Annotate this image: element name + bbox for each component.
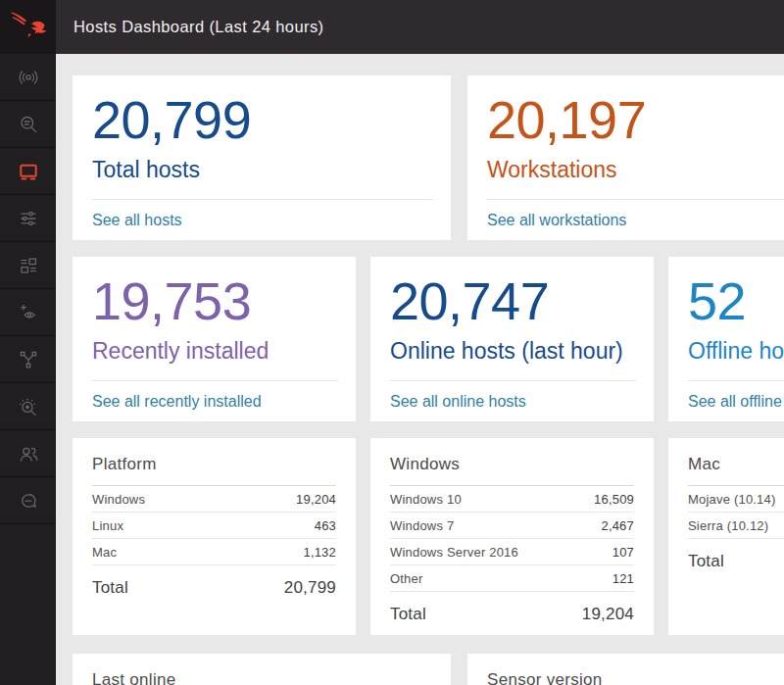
- online-hosts-label: Online hosts (last hour): [390, 338, 634, 365]
- table-card-platform: Platform Windows 19,204 Linux 463 Mac 1,…: [73, 438, 356, 635]
- table-title: Mac: [668, 438, 784, 485]
- table-row[interactable]: Mojave (10.14): [688, 486, 784, 513]
- workstations-label: Workstations: [487, 157, 784, 183]
- eye-sparkle-icon: [18, 302, 39, 323]
- chat-bubble-icon: [18, 490, 39, 512]
- sidebar-item-activity[interactable]: [0, 54, 56, 101]
- see-all-online-hosts-link[interactable]: See all online hosts: [390, 393, 526, 411]
- monitor-icon: [18, 161, 39, 182]
- see-all-workstations-link[interactable]: See all workstations: [487, 212, 626, 229]
- recently-installed-label: Recently installed: [92, 338, 336, 365]
- sidebar-item-dashboards[interactable]: [0, 242, 56, 289]
- page-title: Hosts Dashboard (Last 24 hours): [74, 18, 323, 36]
- total-hosts-label: Total hosts: [92, 157, 431, 183]
- topbar: Hosts Dashboard (Last 24 hours): [56, 0, 784, 54]
- crowdstrike-logo[interactable]: [0, 0, 56, 54]
- stat-card-workstations: 20,197 Workstations See all workstations: [467, 75, 784, 240]
- table-row[interactable]: Windows 10 16,509: [390, 486, 634, 513]
- stat-card-recently-installed: 19,753 Recently installed See all recent…: [73, 257, 356, 421]
- table-card-last-online: Last online: [73, 654, 451, 685]
- sidebar-item-spotlight[interactable]: [0, 383, 56, 430]
- table-title: Sensor version: [467, 654, 784, 685]
- card-footer: See all workstations: [487, 199, 784, 240]
- panels-icon: [18, 255, 39, 276]
- sidebar-item-graph[interactable]: [0, 336, 56, 383]
- eye-scan-icon: [18, 396, 39, 417]
- table-row[interactable]: Mac 1,132: [92, 539, 336, 565]
- total-hosts-value: 20,799: [92, 92, 431, 148]
- online-hosts-value: 20,747: [390, 273, 634, 329]
- search-lines-icon: [18, 114, 39, 135]
- recently-installed-value: 19,753: [92, 273, 336, 329]
- table-row[interactable]: Windows 7 2,467: [390, 513, 634, 539]
- network-graph-icon: [18, 349, 39, 370]
- sidebar: [0, 0, 56, 685]
- table-row[interactable]: Windows Server 2016 107: [390, 539, 634, 565]
- sidebar-item-users[interactable]: [0, 430, 56, 477]
- table-title: Last online: [73, 654, 451, 685]
- sidebar-item-support[interactable]: [0, 477, 56, 524]
- crowdstrike-falcon-logo-icon: [10, 10, 47, 45]
- card-footer: See all offline hosts: [688, 380, 784, 421]
- card-footer: See all hosts: [92, 199, 433, 240]
- table-total-row: Total 20,799: [92, 578, 336, 598]
- card-footer: See all online hosts: [390, 380, 636, 421]
- offline-hosts-label: Offline hosts: [688, 338, 784, 365]
- sidebar-item-investigate[interactable]: [0, 101, 56, 148]
- table-title: Windows: [370, 438, 654, 485]
- sidebar-nav: [0, 54, 56, 524]
- table-total-row: Total: [688, 552, 784, 571]
- see-all-hosts-link[interactable]: See all hosts: [92, 212, 182, 229]
- table-row[interactable]: Windows 19,204: [92, 486, 336, 513]
- users-icon: [18, 443, 39, 465]
- table-row[interactable]: Sierra (10.12): [688, 513, 784, 539]
- card-footer: See all recently installed: [92, 380, 338, 421]
- stat-card-offline-hosts: 52 Offline hosts See all offline hosts: [668, 257, 784, 421]
- sidebar-item-hosts[interactable]: [0, 148, 56, 195]
- stat-card-online-hosts: 20,747 Online hosts (last hour) See all …: [370, 257, 654, 421]
- table-total-row: Total 19,204: [390, 605, 634, 624]
- stat-card-total-hosts: 20,799 Total hosts See all hosts: [73, 75, 451, 240]
- table-row[interactable]: Other 121: [390, 565, 634, 592]
- sidebar-item-discover[interactable]: [0, 289, 56, 336]
- see-all-offline-hosts-link[interactable]: See all offline hosts: [688, 393, 784, 411]
- table-card-mac: Mac Mojave (10.14) Sierra (10.12) Total: [668, 438, 784, 635]
- table-title: Platform: [73, 438, 356, 485]
- radar-icon: [18, 67, 39, 88]
- table-card-windows: Windows Windows 10 16,509 Windows 7 2,46…: [370, 438, 654, 635]
- table-row[interactable]: Linux 463: [92, 513, 336, 539]
- see-all-recently-installed-link[interactable]: See all recently installed: [92, 393, 262, 411]
- table-card-sensor-version: Sensor version: [467, 654, 784, 685]
- offline-hosts-value: 52: [688, 273, 784, 329]
- sliders-icon: [18, 208, 39, 229]
- hosts-dashboard-screen: Hosts Dashboard (Last 24 hours) 20,799 T…: [0, 0, 784, 685]
- workstations-value: 20,197: [487, 92, 784, 148]
- sidebar-item-configuration[interactable]: [0, 195, 56, 242]
